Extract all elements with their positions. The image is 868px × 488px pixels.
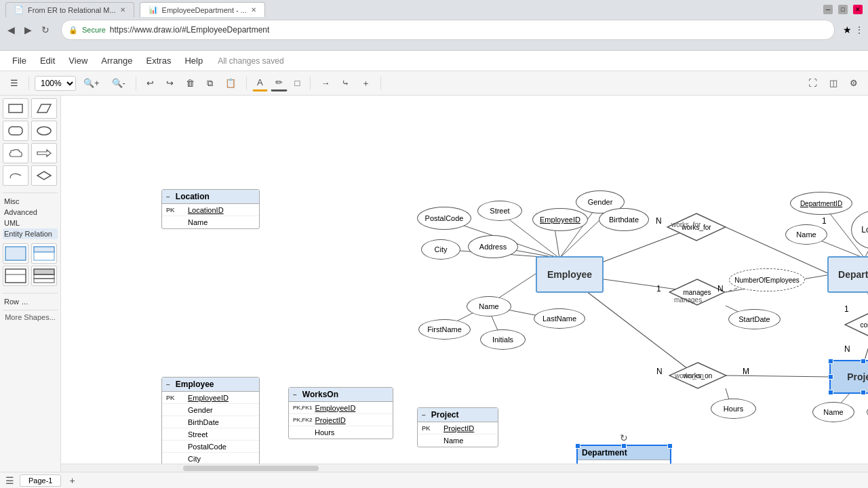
menu-item-help[interactable]: Help [178,53,210,68]
page-tab[interactable]: Page-1 [20,474,61,487]
department-entity[interactable]: Department [827,256,868,293]
proj-pk: PK [422,425,441,432]
controls-diamond[interactable]: controls [844,311,868,338]
proj-name-ellipse[interactable]: Name [812,402,854,422]
locations-ellipse[interactable]: Locations [851,209,868,250]
fill-color-button[interactable]: A [252,75,268,92]
settings-button[interactable]: ⚙ [845,75,863,91]
employeeid-ellipse[interactable]: EmployeeID [532,208,588,231]
shape-cloud[interactable] [3,143,28,163]
employee-table[interactable]: − Employee PK EmployeeID Gender BirthDat… [161,377,260,472]
er-shape-1[interactable] [3,243,28,264]
er-shape-4[interactable] [31,266,57,286]
dept-refresh-icon[interactable]: ↻ [620,432,628,443]
shape-curved-arrow[interactable] [3,165,28,186]
location-table[interactable]: − Location PK LocationID Name [161,189,260,229]
startdate-ellipse[interactable]: StartDate [728,309,781,329]
tab-er[interactable]: 📄 From ER to Relational M... ✕ [5,2,134,17]
svg-marker-1 [37,104,51,113]
sel-handle-bl[interactable] [828,390,833,395]
initials-ellipse[interactable]: Initials [480,329,526,350]
hours-ellipse[interactable]: Hours [711,399,756,419]
sidebar-section-misc[interactable]: Misc [3,196,58,207]
close-button[interactable]: ✕ [853,5,863,14]
shape-rounded-rect[interactable] [3,121,28,141]
shape-ellipse[interactable] [31,121,57,141]
address-ellipse[interactable]: Address [468,235,518,258]
menu-icon[interactable]: ☰ [5,475,14,486]
shape-angled-rect[interactable] [31,98,57,119]
birthdate-ellipse[interactable]: Birthdate [599,208,649,231]
dept-handle-tc[interactable] [621,443,627,449]
canvas-area[interactable]: − Location PK LocationID Name Employee D… [61,96,868,472]
dept-handle-tl[interactable] [575,443,580,449]
er-shape-2[interactable] [31,243,57,264]
menu-item-extras[interactable]: Extras [140,53,178,68]
format-button[interactable]: ◫ [825,75,842,91]
sel-handle-ml[interactable] [828,374,833,380]
delete-button[interactable]: 🗑 [181,75,199,91]
lastname-ellipse[interactable]: LastName [534,308,585,329]
add-page-button[interactable]: + [66,475,77,486]
line-color-button[interactable]: ✏ [271,75,288,92]
sel-handle-tl[interactable] [828,359,833,364]
tab-er-close[interactable]: ✕ [120,6,125,14]
zoom-out-button[interactable]: 🔍- [107,75,130,91]
undo-button[interactable]: ↩ [142,75,159,91]
sidebar-toggle-button[interactable]: ☰ [5,75,23,91]
shape-button[interactable]: □ [290,75,305,91]
fullscreen-button[interactable]: ⛶ [804,75,822,91]
dept-handle-tr[interactable] [667,443,673,449]
shape-diamond[interactable] [31,165,57,186]
url-display: https://www.draw.io/#LEmployeeDepartment [110,25,827,35]
card-n-2: N [717,284,724,293]
entity-relation-label: Entity Relation [4,230,52,238]
menu-item-view[interactable]: View [62,53,94,68]
employee-entity[interactable]: Employee [536,256,604,293]
card-1-2: 1 [656,284,661,293]
shape-rect[interactable] [3,98,28,119]
bookmark-icon[interactable]: ★ [843,24,852,35]
sidebar-section-uml[interactable]: UML [3,218,58,228]
paste-style-button[interactable]: 📋 [220,75,241,91]
more-shapes-button[interactable]: More Shapes... [3,310,58,324]
sel-handle-bc[interactable] [861,390,866,395]
tab-active-close[interactable]: ✕ [251,6,256,14]
name-emp-ellipse[interactable]: Name [467,296,511,317]
waypoint-button[interactable]: ⤷ [337,75,354,91]
uml-label: UML [4,219,20,227]
svg-rect-9 [5,269,26,283]
workson-table[interactable]: − WorksOn PK,FK1 EmployeeID PK,FK2 Proje… [288,387,393,439]
numemps-ellipse[interactable]: NumberOfEmployees [729,268,805,291]
maximize-button[interactable]: □ [838,5,848,14]
svg-rect-2 [9,127,22,135]
forward-button[interactable]: ▶ [21,23,35,37]
deptid-ellipse[interactable]: DepartmentID [790,192,852,215]
sel-handle-tc[interactable] [861,359,866,364]
menu-item-file[interactable]: File [5,53,33,68]
firstname-ellipse[interactable]: FirstName [418,319,471,340]
refresh-button[interactable]: ↻ [38,23,53,37]
project-table[interactable]: − Project PK ProjectID Name [417,407,498,447]
project-entity[interactable]: Project [829,360,868,394]
zoom-select[interactable]: 100% 75% 125% 150% [35,76,76,91]
dept-name-ellipse[interactable]: Name [785,224,827,245]
postalcode-ellipse[interactable]: PostalCode [417,207,471,230]
zoom-in-button[interactable]: 🔍+ [79,75,104,91]
street-ellipse[interactable]: Street [477,201,522,221]
insert-button[interactable]: ＋ [357,75,375,92]
sidebar-section-entity[interactable]: Entity Relation [3,228,58,239]
tab-active[interactable]: 📊 EmployeeDepartment - ... ✕ [140,2,265,17]
minimize-button[interactable]: ─ [823,5,833,14]
redo-button[interactable]: ↪ [161,75,178,91]
menu-item-edit[interactable]: Edit [33,53,62,68]
sidebar-section-advanced[interactable]: Advanced [3,207,58,218]
connector-button[interactable]: → [316,75,334,91]
back-button[interactable]: ◀ [4,23,18,37]
er-shape-3[interactable] [3,266,28,286]
city-ellipse[interactable]: City [421,239,460,260]
copy-style-button[interactable]: ⧉ [202,75,218,92]
extensions-icon[interactable]: ⋮ [854,24,864,35]
shape-arrow[interactable] [31,143,57,163]
menu-item-arrange[interactable]: Arrange [94,53,139,68]
